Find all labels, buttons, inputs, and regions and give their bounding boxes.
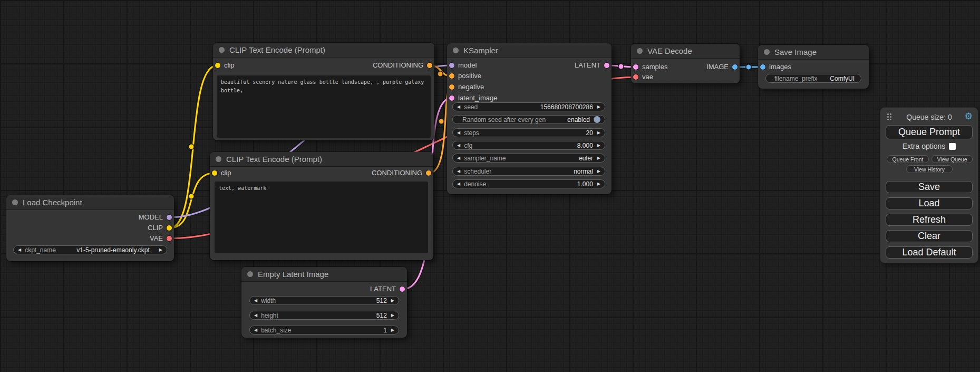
random-seed-toggle-widget[interactable]: Random seed after every gen enabled bbox=[452, 115, 605, 124]
output-slot-conditioning: CONDITIONING bbox=[372, 169, 431, 177]
cfg-widget[interactable]: ◀ cfg 8.000 ▶ bbox=[452, 141, 605, 150]
conditioning-slot-dot[interactable] bbox=[426, 170, 431, 176]
slot-label: LATENT bbox=[370, 285, 396, 293]
widget-value: 8.000 bbox=[573, 142, 593, 149]
node-collapse-dot-icon[interactable] bbox=[247, 271, 253, 277]
latent-slot-dot[interactable] bbox=[400, 287, 405, 292]
node-collapse-dot-icon[interactable] bbox=[637, 48, 643, 54]
filename-prefix-widget[interactable]: filename_prefix ComfyUI bbox=[765, 74, 861, 83]
node-title-bar[interactable]: VAE Decode bbox=[631, 44, 740, 59]
node-collapse-dot-icon[interactable] bbox=[764, 49, 770, 55]
increment-arrow-icon[interactable]: ▶ bbox=[597, 131, 600, 135]
decrement-arrow-icon[interactable]: ◀ bbox=[457, 144, 460, 148]
increment-arrow-icon[interactable]: ▶ bbox=[597, 182, 600, 186]
extra-options-checkbox[interactable] bbox=[949, 143, 956, 150]
settings-gear-icon[interactable]: ⚙ bbox=[965, 111, 973, 122]
slot-label: negative bbox=[458, 83, 484, 91]
slot-label: IMAGE bbox=[706, 63, 729, 71]
output-slot-latent: LATENT bbox=[370, 285, 405, 293]
clip-slot-dot[interactable] bbox=[215, 63, 220, 68]
node-title-bar[interactable]: Save Image bbox=[758, 45, 869, 60]
widget-value: 1 bbox=[379, 327, 387, 334]
widget-value: 512 bbox=[372, 312, 387, 319]
decrement-arrow-icon[interactable]: ◀ bbox=[254, 313, 257, 318]
conditioning-slot-dot[interactable] bbox=[449, 84, 454, 90]
view-history-button[interactable]: View History bbox=[906, 165, 953, 173]
widget-label: scheduler bbox=[464, 168, 491, 175]
scheduler-widget[interactable]: ◀ scheduler normal ▶ bbox=[452, 167, 605, 176]
node-title-bar[interactable]: Empty Latent Image bbox=[241, 267, 407, 282]
slot-label: MODEL bbox=[139, 213, 163, 222]
decrement-arrow-icon[interactable]: ◀ bbox=[457, 105, 460, 109]
decrement-arrow-icon[interactable]: ◀ bbox=[18, 248, 21, 252]
decrement-arrow-icon[interactable]: ◀ bbox=[457, 169, 460, 174]
decrement-arrow-icon[interactable]: ◀ bbox=[457, 131, 460, 135]
latent-slot-dot[interactable] bbox=[633, 64, 638, 70]
vae-slot-dot[interactable] bbox=[633, 74, 638, 80]
node-collapse-dot-icon[interactable] bbox=[219, 47, 225, 53]
increment-arrow-icon[interactable]: ▶ bbox=[597, 105, 600, 109]
node-title-bar[interactable]: CLIP Text Encode (Prompt) bbox=[210, 152, 433, 167]
clip-slot-dot[interactable] bbox=[167, 225, 172, 231]
clip-slot-dot[interactable] bbox=[212, 170, 217, 176]
increment-arrow-icon[interactable]: ▶ bbox=[391, 299, 394, 303]
input-slot-clip: clip bbox=[215, 61, 235, 70]
refresh-button[interactable]: Refresh bbox=[886, 214, 973, 226]
slot-label: VAE bbox=[150, 234, 163, 243]
node-collapse-dot-icon[interactable] bbox=[453, 47, 459, 53]
widget-value: enabled bbox=[563, 116, 590, 123]
node-ksampler: KSampler model positive negative latent_… bbox=[447, 43, 612, 194]
node-canvas[interactable]: Load Checkpoint MODEL CLIP VAE ◀ ckpt_na… bbox=[0, 0, 980, 372]
output-slot-model: MODEL bbox=[139, 213, 172, 222]
node-title-bar[interactable]: CLIP Text Encode (Prompt) bbox=[213, 43, 434, 58]
sampler-name-widget[interactable]: ◀ sampler_name euler ▶ bbox=[452, 154, 605, 163]
height-widget[interactable]: ◀ height 512 ▶ bbox=[249, 311, 399, 320]
node-title-bar[interactable]: Load Checkpoint bbox=[6, 195, 174, 210]
load-default-button[interactable]: Load Default bbox=[886, 246, 973, 259]
denoise-widget[interactable]: ◀ denoise 1.000 ▶ bbox=[452, 179, 605, 188]
image-slot-dot[interactable] bbox=[760, 64, 765, 70]
increment-arrow-icon[interactable]: ▶ bbox=[159, 248, 162, 252]
batch-size-widget[interactable]: ◀ batch_size 1 ▶ bbox=[249, 326, 399, 335]
model-slot-dot[interactable] bbox=[167, 215, 172, 220]
node-collapse-dot-icon[interactable] bbox=[216, 156, 221, 162]
node-title: Load Checkpoint bbox=[23, 198, 82, 207]
save-button[interactable]: Save bbox=[886, 181, 973, 193]
image-slot-dot[interactable] bbox=[732, 64, 738, 70]
queue-size-label: Queue size: 0 bbox=[880, 113, 978, 121]
conditioning-slot-dot[interactable] bbox=[427, 63, 432, 68]
queue-panel: Queue size: 0 ⚙ Queue Prompt Extra optio… bbox=[880, 108, 978, 263]
latent-slot-dot[interactable] bbox=[449, 96, 454, 101]
increment-arrow-icon[interactable]: ▶ bbox=[391, 328, 394, 332]
queue-front-button[interactable]: Queue Front bbox=[887, 155, 929, 163]
negative-prompt-input[interactable]: text, watermark bbox=[215, 182, 428, 253]
node-title-bar[interactable]: KSampler bbox=[447, 43, 612, 58]
increment-arrow-icon[interactable]: ▶ bbox=[597, 169, 600, 174]
latent-slot-dot[interactable] bbox=[604, 63, 609, 68]
load-button[interactable]: Load bbox=[886, 197, 973, 209]
conditioning-slot-dot[interactable] bbox=[449, 73, 454, 79]
output-slot-vae: VAE bbox=[150, 234, 172, 243]
width-widget[interactable]: ◀ width 512 ▶ bbox=[249, 296, 399, 305]
input-slot-images: images bbox=[760, 63, 791, 71]
queue-prompt-button[interactable]: Queue Prompt bbox=[886, 125, 973, 139]
widget-value: 156680208700286 bbox=[536, 103, 593, 111]
decrement-arrow-icon[interactable]: ◀ bbox=[457, 182, 460, 186]
steps-widget[interactable]: ◀ steps 20 ▶ bbox=[452, 128, 605, 137]
positive-prompt-input[interactable]: beautiful scenery nature glass bottle la… bbox=[217, 75, 431, 138]
increment-arrow-icon[interactable]: ▶ bbox=[391, 313, 394, 318]
model-slot-dot[interactable] bbox=[449, 63, 454, 68]
vae-slot-dot[interactable] bbox=[167, 236, 172, 241]
increment-arrow-icon[interactable]: ▶ bbox=[597, 156, 600, 160]
ckpt-name-widget[interactable]: ◀ ckpt_name v1-5-pruned-emaonly.ckpt ▶ bbox=[13, 245, 167, 254]
clear-button[interactable]: Clear bbox=[886, 230, 973, 242]
node-collapse-dot-icon[interactable] bbox=[12, 199, 18, 205]
decrement-arrow-icon[interactable]: ◀ bbox=[254, 299, 257, 303]
widget-label: steps bbox=[464, 129, 479, 137]
decrement-arrow-icon[interactable]: ◀ bbox=[254, 328, 257, 332]
increment-arrow-icon[interactable]: ▶ bbox=[597, 144, 600, 148]
view-queue-button[interactable]: View Queue bbox=[932, 155, 973, 163]
toggle-on-icon[interactable] bbox=[594, 116, 600, 123]
seed-widget[interactable]: ◀ seed 156680208700286 ▶ bbox=[452, 102, 605, 111]
decrement-arrow-icon[interactable]: ◀ bbox=[457, 156, 460, 160]
